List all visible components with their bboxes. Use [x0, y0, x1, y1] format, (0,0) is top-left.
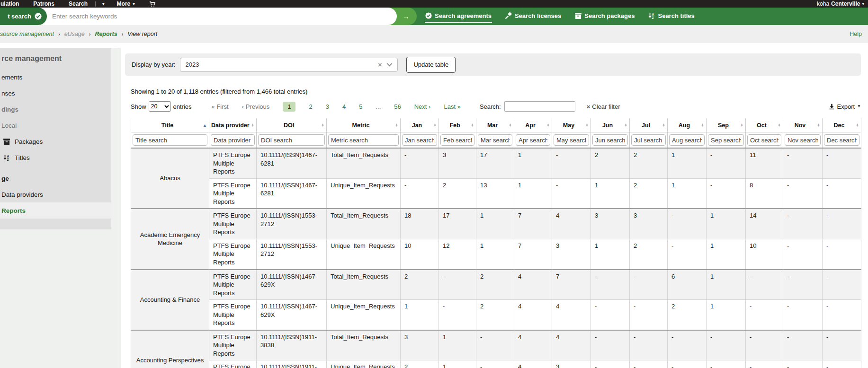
- topnav-item-search[interactable]: Search: [69, 0, 88, 7]
- clear-year-icon[interactable]: ×: [378, 61, 382, 69]
- cell-aug: -: [668, 330, 707, 360]
- sidebar-item-licenses[interactable]: nses: [0, 85, 111, 101]
- filter-input-title[interactable]: [133, 134, 207, 146]
- column-header-nov[interactable]: Nov▲▼: [783, 118, 823, 132]
- filter-cell: [514, 132, 552, 149]
- filter-input-mar[interactable]: [478, 134, 512, 146]
- clear-filter-button[interactable]: × Clear filter: [587, 103, 620, 110]
- search-dropdown-caret-icon[interactable]: ▾: [102, 2, 105, 6]
- topnav-item-circulation[interactable]: ulation: [0, 0, 19, 7]
- sidebar-item-titles[interactable]: A Z Titles: [0, 149, 111, 166]
- column-header-jun[interactable]: Jun▲▼: [591, 118, 630, 132]
- filter-input-apr[interactable]: [516, 134, 550, 146]
- filter-input-may[interactable]: [554, 134, 589, 146]
- chevron-down-icon[interactable]: [386, 63, 393, 67]
- column-header-mar[interactable]: Mar▲▼: [476, 118, 514, 132]
- filter-cell: [327, 132, 401, 149]
- column-header-jul[interactable]: Jul▲▼: [630, 118, 668, 132]
- filter-input-metric[interactable]: [328, 134, 399, 146]
- gavel-icon: [505, 12, 512, 19]
- breadcrumb-erm[interactable]: source management: [0, 31, 54, 37]
- sidebar-item-data-providers[interactable]: Data providers: [0, 186, 111, 202]
- page-number-4[interactable]: 4: [342, 103, 346, 110]
- tab-search-titles[interactable]: A Z Search titles: [648, 10, 695, 23]
- topnav-item-patrons[interactable]: Patrons: [33, 0, 54, 7]
- first-page-button[interactable]: « First: [212, 103, 229, 110]
- filter-input-oct[interactable]: [747, 134, 781, 146]
- page-number-1[interactable]: 1: [283, 102, 295, 112]
- cell-may: 7: [552, 270, 591, 300]
- account-menu[interactable]: koha Centerville ▾: [817, 0, 864, 7]
- filter-input-nov[interactable]: [785, 134, 821, 146]
- cell-jun: 2: [591, 148, 630, 178]
- breadcrumb-reports[interactable]: Reports: [95, 31, 117, 37]
- cell-may: 4: [552, 300, 591, 330]
- column-header-may[interactable]: May▲▼: [552, 118, 591, 132]
- cell-title: Academic Emergency Medicine: [131, 209, 209, 269]
- filter-input-jan[interactable]: [402, 134, 437, 146]
- cell-jan: 2: [401, 270, 439, 300]
- filter-input-data-provider[interactable]: [211, 134, 255, 146]
- cell-dec: -: [823, 330, 861, 360]
- filter-input-doi[interactable]: [258, 134, 325, 146]
- last-page-button[interactable]: Last »: [444, 103, 460, 110]
- cell-feb: 1: [439, 360, 476, 368]
- help-link[interactable]: Help: [850, 31, 862, 37]
- agreement-search-pill[interactable]: t search: [0, 8, 47, 25]
- column-header-title[interactable]: Title ▲: [131, 118, 209, 132]
- column-header-metric[interactable]: Metric ▲▼: [327, 118, 401, 132]
- page-number-3[interactable]: 3: [326, 103, 329, 110]
- table-search-input[interactable]: [504, 101, 575, 112]
- column-header-doi[interactable]: DOI ▲▼: [257, 118, 327, 132]
- cell-metric: Unique_Item_Requests: [327, 360, 401, 368]
- filter-input-feb[interactable]: [440, 134, 474, 146]
- column-header-aug[interactable]: Aug▲▼: [668, 118, 707, 132]
- page-size-select[interactable]: 20: [149, 101, 171, 112]
- column-header-jan[interactable]: Jan▲▼: [401, 118, 439, 132]
- filter-input-sep[interactable]: [708, 134, 744, 146]
- pagination: « First ‹ Previous 12345...56 Next › Las…: [212, 102, 461, 112]
- cell-apr: 7: [514, 239, 552, 269]
- page-number-5[interactable]: 5: [359, 103, 362, 110]
- sidebar-item-packages[interactable]: Packages: [0, 133, 111, 149]
- update-table-button[interactable]: Update table: [406, 57, 456, 73]
- page-number-2[interactable]: 2: [309, 103, 312, 110]
- breadcrumb-eusage[interactable]: eUsage: [64, 31, 85, 37]
- sidebar-item-agreements[interactable]: ements: [0, 69, 111, 85]
- filter-input-jul[interactable]: [631, 134, 666, 146]
- cell-feb: -: [439, 300, 476, 330]
- column-header-oct[interactable]: Oct▲▼: [746, 118, 783, 132]
- tab-search-agreements[interactable]: Search agreements: [425, 10, 492, 23]
- column-header-sep[interactable]: Sep▲▼: [707, 118, 746, 132]
- year-select[interactable]: 2023 ×: [180, 58, 398, 72]
- sort-icon: ▲▼: [395, 123, 398, 127]
- cell-mar: -: [476, 330, 514, 360]
- filter-input-aug[interactable]: [669, 134, 705, 146]
- column-header-apr[interactable]: Apr▲▼: [514, 118, 552, 132]
- cell-doi: 10.1111/(ISSN)1911-3838: [257, 330, 327, 360]
- table-filter-row: [131, 132, 861, 149]
- column-header-dec[interactable]: Dec▲▼: [823, 118, 861, 132]
- previous-page-button[interactable]: ‹ Previous: [242, 103, 270, 110]
- export-button[interactable]: Export ▼: [829, 103, 861, 110]
- next-page-button[interactable]: Next ›: [414, 103, 431, 110]
- box-archive-icon: [575, 13, 582, 19]
- sidebar-item-local[interactable]: Local: [0, 117, 111, 133]
- sort-icon: ▲▼: [740, 123, 743, 127]
- filter-input-dec[interactable]: [824, 134, 859, 146]
- table-row: PTFS Europe Multiple Reports10.1111/(ISS…: [131, 360, 861, 368]
- cart-icon[interactable]: [149, 1, 156, 7]
- svg-text:A: A: [652, 13, 654, 16]
- tab-search-licenses[interactable]: Search licenses: [505, 10, 562, 23]
- tab-search-packages[interactable]: Search packages: [574, 10, 635, 23]
- page-number-56[interactable]: 56: [394, 103, 401, 110]
- sidebar-item-reports[interactable]: Reports: [0, 202, 111, 219]
- cell-aug: 6: [668, 270, 707, 300]
- column-header-data-provider[interactable]: Data provider ▲▼: [209, 118, 257, 132]
- column-header-feb[interactable]: Feb▲▼: [439, 118, 476, 132]
- topnav-item-more[interactable]: More ▾: [117, 0, 135, 7]
- filter-input-jun[interactable]: [592, 134, 628, 146]
- display-by-year-panel: Display by year: 2023 × Update table: [125, 53, 861, 76]
- search-input[interactable]: [38, 8, 397, 25]
- cell-sep: -: [707, 148, 746, 178]
